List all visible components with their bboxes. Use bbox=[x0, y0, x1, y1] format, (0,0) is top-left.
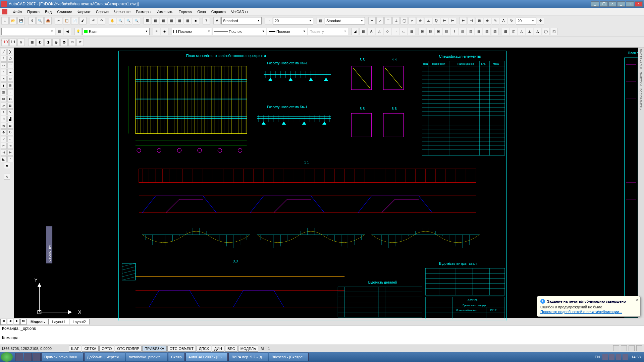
gradient-button[interactable]: ◐ bbox=[7, 96, 13, 102]
vc-8[interactable]: ◓ bbox=[60, 39, 68, 46]
clock[interactable]: 14:58 bbox=[631, 355, 641, 359]
dim-jog-button[interactable]: ⌐ bbox=[409, 17, 416, 24]
layer-filter-button[interactable]: 💡 bbox=[74, 28, 82, 35]
dimstyle-icon[interactable]: ↔ bbox=[265, 17, 272, 24]
command-input[interactable] bbox=[21, 336, 642, 340]
tool-4[interactable]: △ bbox=[376, 28, 383, 35]
tool-7[interactable]: ▭ bbox=[400, 28, 407, 35]
rect-button[interactable]: ▭ bbox=[1, 62, 7, 68]
mtext-button[interactable]: A bbox=[1, 109, 7, 115]
dim-quick-button[interactable]: Q bbox=[433, 17, 440, 24]
text-button[interactable]: A bbox=[4, 174, 10, 180]
zoom-rt-button[interactable]: 🔍 bbox=[117, 17, 124, 24]
copy-button[interactable]: 📋 bbox=[63, 17, 70, 24]
dim-rad-button[interactable]: ◯ bbox=[400, 17, 408, 24]
mode-snap[interactable]: ШАГ bbox=[69, 346, 81, 352]
quicklaunch-1[interactable] bbox=[15, 353, 23, 361]
center-button[interactable]: ⊕ bbox=[484, 17, 491, 24]
tool-14[interactable]: ▤ bbox=[459, 28, 466, 35]
mode-dyn[interactable]: ДИН bbox=[212, 346, 224, 352]
dim-linear-button[interactable]: ⊢ bbox=[368, 17, 376, 24]
mode-ortho[interactable]: ОРТО bbox=[99, 346, 114, 352]
dim-cont-button[interactable]: ⊢ bbox=[449, 17, 456, 24]
mode-model[interactable]: МОДЕЛЬ bbox=[238, 346, 259, 352]
tp-button[interactable]: ▦ bbox=[160, 17, 167, 24]
vc-9[interactable]: ⟲ bbox=[68, 39, 76, 46]
tool-19[interactable]: ▩ bbox=[502, 28, 509, 35]
table-style-dropdown[interactable]: Standard▼ bbox=[325, 17, 365, 24]
vc-4[interactable]: ▦ bbox=[28, 39, 36, 46]
balloon-close-button[interactable]: × bbox=[636, 298, 638, 302]
drawing-canvas[interactable]: План монолітного залізобетонного перекри… bbox=[14, 48, 638, 318]
maximize-button[interactable]: □ bbox=[626, 1, 634, 7]
circle-button[interactable]: ○ bbox=[1, 69, 7, 75]
erase-button[interactable]: ✕ bbox=[7, 109, 13, 115]
spline-button[interactable]: ∿ bbox=[1, 76, 7, 82]
task-5[interactable]: AutoCAD 2007 - [F:\... bbox=[185, 353, 228, 361]
copy-obj-button[interactable]: ⎘ bbox=[1, 116, 7, 122]
fillet-button[interactable]: ◜ bbox=[7, 156, 13, 162]
tool-13[interactable]: T bbox=[451, 28, 458, 35]
rotate-button[interactable]: ↻ bbox=[7, 129, 13, 135]
dim-ang-button[interactable]: ∠ bbox=[425, 17, 432, 24]
tab-first-button[interactable]: ⏮ bbox=[0, 319, 6, 325]
cut-button[interactable]: ✂ bbox=[55, 17, 62, 24]
tray-vol-icon[interactable] bbox=[609, 354, 614, 360]
palette-tab-3[interactable]: ВСЕ ПАЛИТРЫ bbox=[638, 87, 643, 112]
right-palette-bar[interactable]: БЫСТРКАЛЬК ПАЛЕТКИ ВСЕ ПАЛИТРЫ bbox=[638, 48, 644, 318]
match-button[interactable]: 🖌 bbox=[79, 17, 87, 24]
xline-button[interactable]: ╳ bbox=[7, 49, 13, 55]
tool-6[interactable]: ○ bbox=[392, 28, 399, 35]
dim-update-button[interactable]: ↻ bbox=[508, 17, 515, 24]
mode-otrack[interactable]: ОТС-ОБЪЕКТ bbox=[167, 346, 196, 352]
task-7[interactable]: Bricscad - [Скляре... bbox=[269, 353, 309, 361]
dim-break-button[interactable]: ⊣ bbox=[468, 17, 475, 24]
color-dropdown[interactable]: Послою▼ bbox=[172, 28, 212, 35]
table-button[interactable]: ▦ bbox=[7, 103, 13, 109]
mode-grid[interactable]: СЕТКА bbox=[82, 346, 99, 352]
dim-ord-button[interactable]: ⊥ bbox=[392, 17, 400, 24]
layer-iso-button[interactable]: ◈ bbox=[161, 28, 168, 35]
plot-button[interactable]: 🖨 bbox=[28, 17, 36, 24]
ellipsearc-button[interactable]: ◗ bbox=[1, 82, 7, 88]
move-button[interactable]: ✥ bbox=[1, 129, 7, 135]
menu-express[interactable]: Express bbox=[176, 9, 195, 14]
vc-5[interactable]: ◐ bbox=[36, 39, 44, 46]
open-button[interactable]: 📂 bbox=[9, 17, 17, 24]
vc-10[interactable]: ⟳ bbox=[76, 39, 84, 46]
tool-2[interactable]: ▦ bbox=[360, 28, 367, 35]
line-button[interactable]: ╱ bbox=[1, 49, 7, 55]
dim-style-dropdown[interactable]: 20▼ bbox=[273, 17, 313, 24]
region-button[interactable]: ▱ bbox=[1, 103, 7, 109]
hatch-button[interactable]: ▨ bbox=[1, 96, 7, 102]
tablestyle-icon[interactable]: ▤ bbox=[317, 17, 324, 24]
textstyle-icon[interactable]: A bbox=[213, 17, 221, 24]
menu-format[interactable]: Формат bbox=[75, 9, 93, 14]
tool-1[interactable]: ◢ bbox=[352, 28, 359, 35]
ellipse-button[interactable]: ⬭ bbox=[7, 76, 13, 82]
menu-draw[interactable]: Черчение bbox=[111, 9, 133, 14]
dim-edit-button[interactable]: ✎ bbox=[492, 17, 499, 24]
tool-3[interactable]: A bbox=[368, 28, 375, 35]
array-button[interactable]: ▦ bbox=[7, 123, 13, 129]
dim-space-button[interactable]: ⊢ bbox=[460, 17, 467, 24]
tool-25[interactable]: ◰ bbox=[550, 28, 557, 35]
mode-polar[interactable]: ОТС-ПОЛЯР bbox=[115, 346, 142, 352]
dim-aligned-button[interactable]: ↗ bbox=[376, 17, 384, 24]
mode-osnap[interactable]: ПРИВЯЗКА bbox=[142, 346, 166, 352]
block-make-button[interactable]: ◫ bbox=[1, 89, 7, 95]
tool-18[interactable]: ▨ bbox=[491, 28, 498, 35]
zoom-win-button[interactable]: 🔍 bbox=[125, 17, 132, 24]
offset-button[interactable]: ◎ bbox=[1, 123, 7, 129]
menu-edit[interactable]: Правка bbox=[24, 9, 42, 14]
dim-style-button[interactable]: ⚙ bbox=[537, 17, 544, 24]
quicklaunch-2[interactable] bbox=[24, 353, 32, 361]
arc-button[interactable]: ⌒ bbox=[7, 62, 13, 68]
tray-icon-1[interactable] bbox=[613, 345, 619, 351]
save-button[interactable]: 💾 bbox=[17, 17, 25, 24]
close-button[interactable]: × bbox=[635, 1, 643, 7]
menu-file[interactable]: Файл bbox=[10, 9, 24, 14]
undo-button[interactable]: ↶ bbox=[90, 17, 97, 24]
join-button[interactable]: ⊢ bbox=[7, 149, 13, 156]
tool-15[interactable]: ▥ bbox=[467, 28, 474, 35]
